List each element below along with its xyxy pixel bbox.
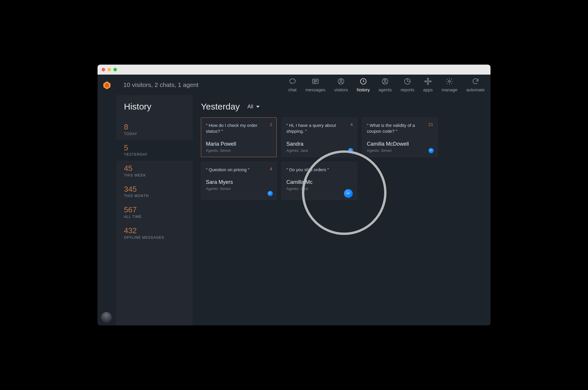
card-visitor-name: Sandra bbox=[286, 141, 352, 147]
svg-point-2 bbox=[290, 79, 295, 83]
messenger-icon bbox=[344, 189, 353, 198]
nav-label: chat bbox=[288, 87, 296, 92]
status-text: 10 visitors, 2 chats, 1 agent bbox=[116, 81, 199, 88]
svg-point-11 bbox=[384, 80, 386, 82]
nav-reports[interactable]: reports bbox=[401, 78, 414, 92]
card-count: 4 bbox=[270, 166, 272, 171]
nav-label: messages bbox=[305, 87, 325, 92]
top-bar: 10 visitors, 2 chats, 1 agent chatmessag… bbox=[98, 75, 490, 95]
messenger-badge bbox=[348, 148, 353, 153]
card-visitor-name: Camilla Mc bbox=[286, 179, 352, 185]
card-visitor-name: Sara Myers bbox=[206, 179, 272, 185]
messenger-badge bbox=[268, 191, 273, 196]
sidebar-item-yesterday[interactable]: 5YESTERDAY bbox=[116, 140, 193, 161]
messenger-icon bbox=[348, 148, 353, 153]
user-avatar[interactable] bbox=[101, 312, 112, 322]
svg-point-16 bbox=[425, 81, 426, 82]
messenger-badge bbox=[344, 189, 353, 198]
chat-icon bbox=[289, 78, 296, 86]
app-window: 10 visitors, 2 chats, 1 agent chatmessag… bbox=[97, 64, 491, 326]
svg-point-15 bbox=[427, 83, 429, 85]
sidebar-count: 5 bbox=[124, 144, 185, 152]
card-count: 21 bbox=[428, 122, 433, 127]
sidebar-label: THIS WEEK bbox=[124, 173, 185, 177]
sidebar-label: THIS MONTH bbox=[124, 194, 185, 198]
sidebar-label: YESTERDAY bbox=[124, 152, 185, 157]
nav-label: reports bbox=[401, 87, 414, 92]
nav-visitors[interactable]: visitors bbox=[334, 78, 348, 92]
chat-card[interactable]: " Hi, I have a query about shipping. " 4… bbox=[281, 117, 357, 157]
main-content: Yesterday All " How do I check my order … bbox=[193, 95, 490, 325]
chat-card[interactable]: " What is the validity of a coupon code?… bbox=[362, 117, 438, 157]
nav-agents[interactable]: agents bbox=[379, 78, 392, 92]
main-header: Yesterday All bbox=[201, 102, 482, 112]
messages-icon bbox=[312, 78, 319, 86]
nav-chat[interactable]: chat bbox=[288, 78, 296, 92]
svg-point-22 bbox=[448, 80, 451, 83]
nav-manage[interactable]: manage bbox=[441, 78, 457, 92]
nav-label: apps bbox=[423, 87, 433, 92]
card-agent: Agents: Simon bbox=[206, 148, 272, 153]
main-title: Yesterday bbox=[201, 102, 240, 112]
nav-label: history bbox=[357, 87, 370, 92]
window-minimize-button[interactable] bbox=[107, 68, 111, 71]
sidebar-item-this-week[interactable]: 45THIS WEEK bbox=[124, 161, 185, 181]
sidebar-label: OFFLINE MESSAGES bbox=[124, 236, 185, 240]
sidebar-item-all-time[interactable]: 567ALL TIME bbox=[124, 202, 185, 223]
nav-history[interactable]: history bbox=[357, 78, 370, 92]
sidebar-title: History bbox=[124, 102, 185, 112]
cards-grid: " How do I check my order status? " 2 Ma… bbox=[201, 117, 482, 200]
sidebar-count: 345 bbox=[124, 185, 185, 194]
card-count: 4 bbox=[350, 122, 353, 127]
left-rail bbox=[98, 95, 116, 325]
chevron-down-icon bbox=[256, 106, 260, 108]
app-root: 10 visitors, 2 chats, 1 agent chatmessag… bbox=[98, 75, 490, 325]
sidebar-label: ALL TIME bbox=[124, 215, 185, 219]
window-close-button[interactable] bbox=[102, 68, 105, 71]
card-quote: " Do you ship orders " bbox=[286, 167, 352, 173]
history-sidebar: History 8TODAY5YESTERDAY45THIS WEEK345TH… bbox=[116, 95, 193, 325]
card-agent: Agents: Simon bbox=[367, 148, 433, 153]
sidebar-count: 8 bbox=[124, 123, 185, 131]
svg-point-17 bbox=[430, 81, 431, 82]
history-icon bbox=[359, 78, 367, 86]
card-quote: " How do I check my order status? " bbox=[206, 122, 272, 135]
chat-card[interactable]: " Do you ship orders " Camilla Mc Agents… bbox=[281, 162, 357, 200]
nav-label: agents bbox=[379, 87, 392, 92]
nav-label: visitors bbox=[334, 87, 348, 92]
card-count: 2 bbox=[270, 122, 272, 127]
chat-card[interactable]: " Question on pricing " 4 Sara Myers Age… bbox=[201, 162, 277, 200]
chat-card[interactable]: " How do I check my order status? " 2 Ma… bbox=[201, 117, 277, 157]
sidebar-item-today[interactable]: 8TODAY bbox=[124, 119, 185, 140]
nav-apps[interactable]: apps bbox=[423, 78, 433, 92]
sidebar-count: 567 bbox=[124, 206, 185, 214]
messenger-icon bbox=[429, 148, 434, 153]
top-nav: chatmessagesvisitorshistoryagentsreports… bbox=[288, 78, 485, 92]
agents-icon bbox=[381, 78, 389, 86]
filter-dropdown[interactable]: All bbox=[247, 104, 260, 110]
nav-messages[interactable]: messages bbox=[305, 78, 325, 92]
sidebar-count: 45 bbox=[124, 164, 185, 173]
fox-logo-icon bbox=[103, 80, 111, 89]
svg-point-13 bbox=[427, 80, 429, 83]
window-maximize-button[interactable] bbox=[113, 68, 117, 71]
nav-automate[interactable]: automate bbox=[466, 78, 485, 92]
svg-point-8 bbox=[340, 80, 342, 82]
app-body: History 8TODAY5YESTERDAY45THIS WEEK345TH… bbox=[98, 95, 490, 325]
sidebar-label: TODAY bbox=[124, 132, 185, 136]
messenger-icon bbox=[268, 191, 273, 196]
card-quote: " Hi, I have a query about shipping. " bbox=[286, 122, 352, 135]
sidebar-item-offline-messages[interactable]: 432OFFLINE MESSAGES bbox=[124, 223, 185, 244]
card-quote: " What is the validity of a coupon code?… bbox=[367, 122, 433, 135]
sidebar-count: 432 bbox=[124, 226, 185, 235]
card-agent: Agents: Jack bbox=[286, 186, 352, 191]
macos-titlebar bbox=[98, 65, 490, 75]
visitors-icon bbox=[337, 78, 345, 86]
card-visitor-name: Camilla McDowell bbox=[367, 141, 433, 147]
sidebar-item-this-month[interactable]: 345THIS MONTH bbox=[124, 181, 185, 202]
brand-logo[interactable] bbox=[98, 75, 116, 95]
manage-icon bbox=[446, 78, 453, 86]
filter-label: All bbox=[247, 104, 253, 110]
card-quote: " Question on pricing " bbox=[206, 167, 272, 173]
nav-label: manage bbox=[441, 87, 457, 92]
